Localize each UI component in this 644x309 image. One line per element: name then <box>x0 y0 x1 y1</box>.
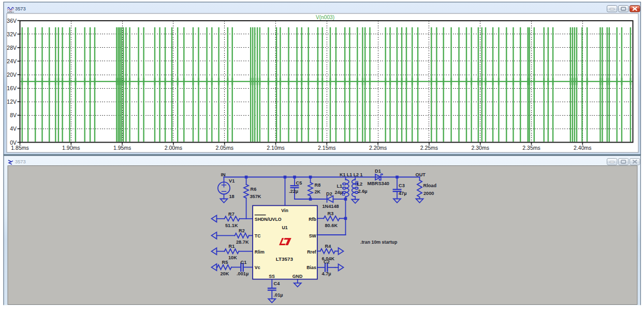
svg-text:2.30ms: 2.30ms <box>471 145 489 151</box>
svg-text:20V: 20V <box>7 72 17 78</box>
svg-text:2.6µ: 2.6µ <box>358 189 368 194</box>
svg-text:Rfb: Rfb <box>309 217 316 222</box>
svg-text:2000: 2000 <box>423 191 434 196</box>
svg-text:8V: 8V <box>10 112 17 118</box>
svg-text:1N4148: 1N4148 <box>323 204 339 209</box>
svg-text:.01µ: .01µ <box>274 292 283 298</box>
svg-text:LT3573: LT3573 <box>276 256 294 262</box>
svg-text:47µ: 47µ <box>399 191 407 196</box>
svg-text:4V: 4V <box>10 125 17 132</box>
svg-text:36V: 36V <box>7 18 17 24</box>
svg-text:R5: R5 <box>222 260 228 265</box>
svg-text:R7: R7 <box>228 212 235 217</box>
svg-text:SW: SW <box>309 233 317 238</box>
svg-text:1.85ms: 1.85ms <box>11 145 28 151</box>
svg-text:R1: R1 <box>229 244 235 249</box>
svg-text:2.20ms: 2.20ms <box>369 145 387 151</box>
svg-text:Vin: Vin <box>281 208 288 213</box>
svg-text:C4: C4 <box>274 281 281 286</box>
svg-text:28V: 28V <box>7 45 17 51</box>
svg-text:C5: C5 <box>296 180 302 186</box>
svg-text:18: 18 <box>229 194 235 199</box>
svg-text:OUT: OUT <box>416 172 426 177</box>
svg-text:10K: 10K <box>228 255 237 260</box>
svg-text:U1: U1 <box>282 225 287 230</box>
svg-text:24V: 24V <box>7 58 17 64</box>
svg-text:.22µ: .22µ <box>289 189 298 194</box>
svg-text:C3: C3 <box>399 183 405 188</box>
svg-text:.tran 10m startup: .tran 10m startup <box>360 240 398 245</box>
svg-text:1.90ms: 1.90ms <box>62 145 80 151</box>
svg-text:20K: 20K <box>221 271 229 276</box>
svg-text:R8: R8 <box>315 182 321 188</box>
svg-text:16V: 16V <box>7 85 17 91</box>
svg-text:L1: L1 <box>337 184 343 189</box>
svg-text:4.7µ: 4.7µ <box>322 271 331 276</box>
svg-text:12V: 12V <box>7 99 17 105</box>
svg-text:28.7K: 28.7K <box>236 240 249 245</box>
svg-text:V1: V1 <box>229 178 235 184</box>
svg-text:C1: C1 <box>241 260 247 265</box>
svg-text:D2: D2 <box>326 191 332 196</box>
svg-text:K1 L1 L2 1: K1 L1 L2 1 <box>340 172 362 177</box>
svg-text:GND: GND <box>292 274 303 279</box>
svg-text:R6: R6 <box>251 187 257 192</box>
svg-text:1.95ms: 1.95ms <box>113 145 131 151</box>
svg-text:32V: 32V <box>7 31 17 37</box>
svg-text:80.6K: 80.6K <box>325 223 338 228</box>
svg-text:R2: R2 <box>239 228 245 233</box>
svg-text:2.00ms: 2.00ms <box>165 145 182 151</box>
svg-text:51.1K: 51.1K <box>225 223 238 228</box>
svg-text:Bias: Bias <box>306 265 316 270</box>
svg-text:2.35ms: 2.35ms <box>522 145 540 151</box>
svg-text:Vc: Vc <box>255 265 260 270</box>
svg-text:Rlim: Rlim <box>255 249 265 255</box>
svg-text:2.40ms: 2.40ms <box>574 145 591 151</box>
svg-text:D1: D1 <box>375 168 381 174</box>
svg-text:2.15ms: 2.15ms <box>318 145 335 151</box>
svg-text:V(n003): V(n003) <box>316 15 334 20</box>
svg-text:L2: L2 <box>357 181 363 187</box>
svg-text:2K: 2K <box>315 189 321 194</box>
svg-text:SS: SS <box>269 274 275 279</box>
svg-text:C2: C2 <box>324 259 330 264</box>
svg-text:Rload: Rload <box>423 183 437 188</box>
svg-text:.001µ: .001µ <box>237 271 248 276</box>
svg-text:2.05ms: 2.05ms <box>215 145 233 151</box>
svg-text:2.25ms: 2.25ms <box>420 145 438 151</box>
svg-text:Rref: Rref <box>307 249 316 255</box>
svg-text:R3: R3 <box>328 211 334 216</box>
svg-text:IN: IN <box>221 172 226 177</box>
svg-text:SHDN/UVLO: SHDN/UVLO <box>255 217 282 222</box>
svg-text:2.10ms: 2.10ms <box>267 145 284 151</box>
svg-text:3573: 3573 <box>15 159 26 164</box>
svg-text:24µ: 24µ <box>335 190 343 195</box>
svg-text:TC: TC <box>255 233 261 238</box>
svg-text:3573: 3573 <box>15 6 26 11</box>
svg-text:R4: R4 <box>325 244 332 249</box>
svg-text:357K: 357K <box>250 194 261 199</box>
svg-text:MBRS340: MBRS340 <box>368 181 389 186</box>
